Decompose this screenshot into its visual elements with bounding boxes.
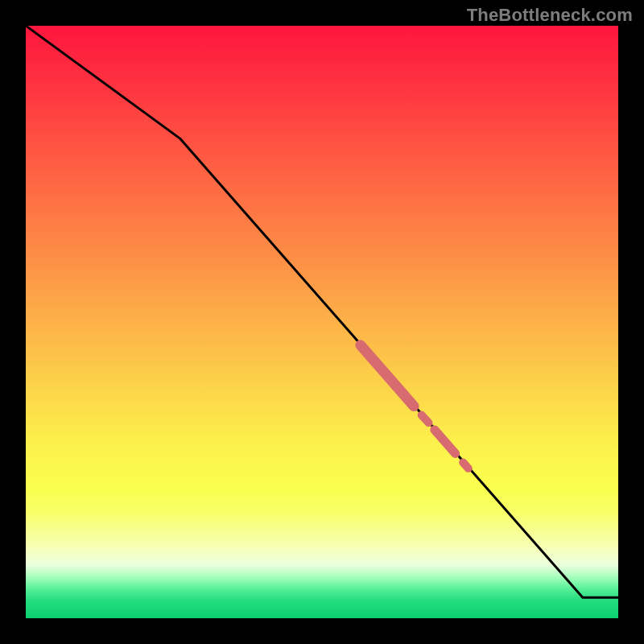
line-overlay [26,26,618,618]
highlight-segment-2 [435,430,456,453]
watermark-text: TheBottleneck.com [467,5,633,26]
chart-frame: TheBottleneck.com [0,0,644,644]
highlight-segment-1 [422,415,429,423]
bottleneck-curve [26,26,618,597]
highlight-segment-0 [361,345,414,407]
highlight-segment-3 [463,462,469,468]
plot-area [26,26,618,618]
